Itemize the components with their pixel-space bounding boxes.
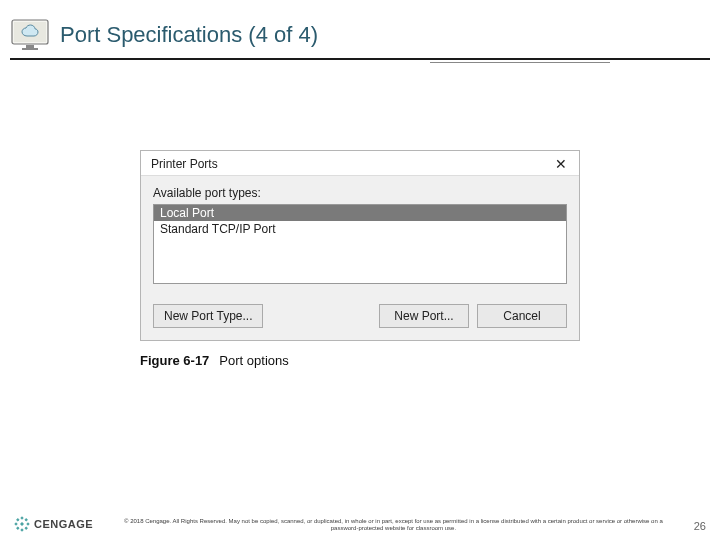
svg-point-6 [21, 529, 23, 531]
slide-header: Port Specifications (4 of 4) [0, 0, 720, 56]
cloud-monitor-icon [10, 18, 50, 52]
brand-text: CENGAGE [34, 518, 93, 530]
svg-point-7 [15, 523, 17, 525]
list-item[interactable]: Local Port [154, 205, 566, 221]
figure-caption: Figure 6-17Port options [140, 353, 580, 368]
port-types-listbox[interactable]: Local Port Standard TCP/IP Port [153, 204, 567, 284]
figure-caption-text: Port options [219, 353, 288, 368]
svg-point-12 [25, 527, 27, 529]
svg-point-5 [21, 517, 23, 519]
dialog-button-row: New Port Type... New Port... Cancel [153, 304, 567, 328]
svg-point-10 [25, 519, 27, 521]
dialog-titlebar: Printer Ports ✕ [141, 151, 579, 176]
dialog-body: Available port types: Local Port Standar… [141, 176, 579, 340]
page-title: Port Specifications (4 of 4) [60, 22, 318, 48]
cancel-button[interactable]: Cancel [477, 304, 567, 328]
dialog-title: Printer Ports [151, 157, 218, 171]
svg-point-9 [17, 519, 19, 521]
list-item[interactable]: Standard TCP/IP Port [154, 221, 566, 237]
svg-rect-3 [22, 48, 38, 50]
figure-label: Figure 6-17 [140, 353, 209, 368]
svg-point-4 [21, 523, 23, 525]
brand: CENGAGE [14, 516, 93, 532]
svg-point-11 [17, 527, 19, 529]
figure-area: Printer Ports ✕ Available port types: Lo… [140, 150, 580, 368]
new-port-type-button[interactable]: New Port Type... [153, 304, 263, 328]
brand-burst-icon [14, 516, 30, 532]
printer-ports-dialog: Printer Ports ✕ Available port types: Lo… [140, 150, 580, 341]
slide-footer: CENGAGE © 2018 Cengage. All Rights Reser… [0, 516, 720, 532]
title-divider [10, 58, 710, 60]
available-port-types-label: Available port types: [153, 186, 567, 200]
svg-rect-2 [26, 45, 34, 48]
copyright-text: © 2018 Cengage. All Rights Reserved. May… [93, 518, 694, 532]
new-port-button[interactable]: New Port... [379, 304, 469, 328]
close-icon[interactable]: ✕ [551, 157, 571, 171]
svg-point-8 [27, 523, 29, 525]
page-number: 26 [694, 520, 706, 532]
